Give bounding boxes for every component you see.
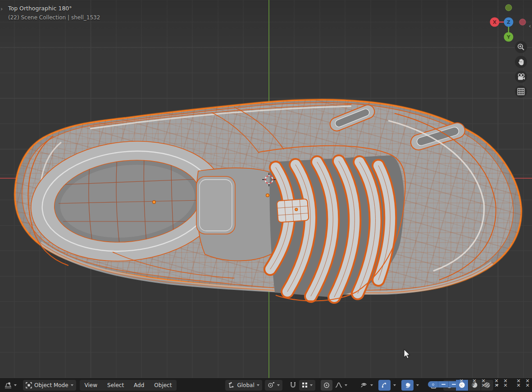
show-overlays-icon — [404, 382, 411, 388]
snap-toggle[interactable] — [287, 380, 299, 391]
chevron-down-icon — [416, 384, 419, 386]
chevron-down-icon — [257, 384, 259, 386]
sidebar-collapse-icon[interactable]: ‹ — [529, 23, 531, 29]
toolbar-collapse-icon[interactable]: › — [0, 5, 3, 12]
proportional-editing-icon — [323, 382, 330, 388]
viewport-nav-buttons — [515, 41, 527, 98]
chevron-down-icon — [345, 384, 347, 386]
view-label: Top Orthographic 180° — [8, 4, 100, 13]
chevron-down-icon — [393, 384, 396, 386]
snap-increment-icon — [302, 382, 308, 388]
perspective-toggle-button[interactable] — [515, 86, 527, 98]
mode-label: Object Mode — [34, 382, 68, 388]
chevron-down-icon — [277, 384, 280, 386]
chevron-down-icon — [14, 384, 17, 386]
menu-view[interactable]: View — [80, 380, 102, 391]
missing-icon-placeholders: ✕✕ ✕✕ ✕✕ ✕✕ ✕✕ ✕✕ ✕✕ — [457, 379, 532, 388]
orientation-axes-icon — [228, 382, 235, 388]
header-menus: View Select Add Object — [80, 380, 177, 391]
zoom-in-icon — [517, 43, 525, 51]
menu-object[interactable]: Object — [149, 380, 177, 391]
pill-segment — [438, 381, 449, 387]
neg-y-axis-ball[interactable] — [505, 5, 512, 11]
axis-navigation-gizmo[interactable]: X Z Y — [490, 3, 528, 42]
transform-orientation-dropdown[interactable]: Global — [225, 380, 262, 391]
pan-button[interactable] — [515, 56, 527, 68]
pill-segment — [428, 381, 438, 387]
show-overlays-toggle[interactable] — [401, 380, 414, 391]
overlays-dropdown[interactable] — [414, 380, 422, 391]
snap-with-dropdown[interactable] — [299, 380, 315, 391]
show-gizmo-toggle[interactable] — [378, 380, 391, 391]
header-overflow-zone: ✕✕ ✕✕ ✕✕ ✕✕ ✕✕ ✕✕ ✕✕ — [427, 380, 531, 391]
show-gizmo-icon — [381, 382, 388, 388]
x-axis-label: X — [493, 19, 497, 25]
proportional-editing-toggle[interactable] — [321, 380, 332, 391]
neg-x-axis-ball[interactable] — [519, 19, 526, 25]
perspective-grid-icon — [517, 88, 525, 95]
shoe-model-shell_1532[interactable] — [0, 0, 532, 378]
viewport-info-overlay: Top Orthographic 180° (22) Scene Collect… — [8, 4, 100, 22]
editor-type-selector[interactable] — [2, 380, 19, 391]
zoom-button[interactable] — [515, 41, 527, 53]
object-origin-dot — [153, 201, 156, 204]
pivot-point-icon — [268, 382, 275, 388]
pan-hand-icon — [518, 58, 525, 66]
menu-add[interactable]: Add — [129, 380, 149, 391]
visibility-eye-icon — [360, 382, 368, 388]
gizmo-dropdown[interactable] — [391, 380, 399, 391]
mouse-cursor — [403, 349, 411, 360]
chevron-down-icon — [310, 384, 313, 386]
viewport-editor-icon — [5, 382, 12, 388]
falloff-dropdown[interactable] — [332, 380, 350, 391]
object-visibility-dropdown[interactable] — [357, 380, 376, 391]
camera-view-icon — [517, 73, 525, 81]
mode-dropdown[interactable]: Object Mode — [23, 380, 76, 391]
chevron-down-icon — [71, 384, 73, 386]
menu-select[interactable]: Select — [102, 380, 129, 391]
object-mode-icon — [26, 382, 32, 388]
z-axis-label: Z — [507, 19, 510, 25]
camera-view-button[interactable] — [515, 71, 527, 83]
y-axis-label: Y — [506, 34, 511, 40]
object-origin-dot — [266, 194, 269, 197]
snap-magnet-icon — [290, 382, 296, 388]
falloff-curve-icon — [335, 382, 342, 388]
pivot-point-dropdown[interactable] — [265, 380, 282, 391]
orientation-label: Global — [237, 382, 254, 388]
breadcrumb: (22) Scene Collection | shell_1532 — [8, 13, 100, 22]
chevron-down-icon — [370, 384, 373, 386]
clipped-toolbar-widget[interactable] — [428, 381, 459, 387]
3d-viewport[interactable]: Top Orthographic 180° (22) Scene Collect… — [0, 0, 532, 378]
